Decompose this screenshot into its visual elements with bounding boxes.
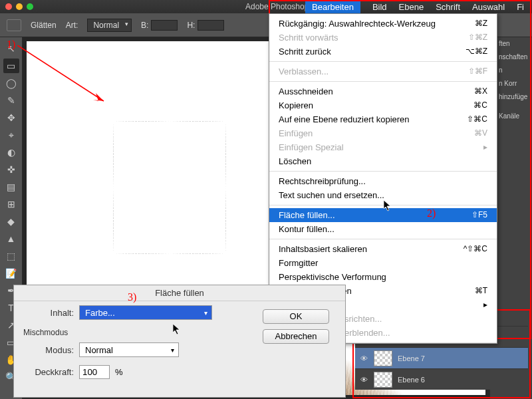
layer-thumb xyxy=(374,350,392,366)
menu-item: Verblassen...⇧⌘F xyxy=(269,65,497,78)
tool-10[interactable]: ◆ xyxy=(3,214,19,229)
tool-1[interactable]: ▭ xyxy=(3,59,19,73)
menu-item[interactable]: Inhaltsbasiert skalieren^⇧⌘C xyxy=(269,242,497,256)
menubar: Bearbeiten Bild Ebene Schrift Auswahl Fi xyxy=(297,0,532,13)
layer-name: Ebene 7 xyxy=(398,354,425,362)
menu-item[interactable]: Kontur füllen... xyxy=(269,222,497,236)
deckkraft-label: Deckkraft: xyxy=(21,367,74,377)
svg-marker-1 xyxy=(93,93,104,101)
menu-schrift[interactable]: Schrift xyxy=(436,2,460,12)
fill-dialog: Fläche füllen Inhalt: Farbe... OK Abbrec… xyxy=(13,285,346,398)
tool-6[interactable]: ◐ xyxy=(3,145,19,160)
cursor-icon xyxy=(173,324,182,336)
menu-item[interactable]: Formgitter xyxy=(269,256,497,270)
annotation-2: 2) xyxy=(427,207,436,219)
menu-item: Einfügen Spezial▸ xyxy=(269,140,497,154)
panel-tab[interactable]: Kanäle xyxy=(497,110,532,122)
panel-tab[interactable]: hinzufüge xyxy=(497,90,532,103)
opt-b-label: B: xyxy=(141,21,148,30)
menu-item[interactable]: Ausschneiden⌘X xyxy=(269,84,497,98)
menu-item[interactable]: Löschen xyxy=(269,154,497,168)
menu-item[interactable]: Auf eine Ebene reduziert kopieren⇧⌘C xyxy=(269,112,497,126)
annotation-arrow-1 xyxy=(17,45,110,105)
annotation-3: 3) xyxy=(128,291,136,303)
marquee-selection[interactable] xyxy=(113,121,226,254)
menu-item[interactable]: Schritt zurück⌥⌘Z xyxy=(269,45,497,59)
opt-h-input[interactable] xyxy=(198,20,224,31)
layer-row[interactable]: 👁Ebene 6 xyxy=(355,368,528,390)
ok-button[interactable]: OK xyxy=(263,309,329,324)
menu-bearbeiten[interactable]: Bearbeiten xyxy=(305,1,360,13)
panel-tab[interactable] xyxy=(497,104,532,109)
panel-tab[interactable]: n xyxy=(497,64,532,76)
annotation-1: 1) xyxy=(7,39,15,51)
modus-label: Modus: xyxy=(21,345,74,355)
visibility-icon[interactable]: 👁 xyxy=(359,376,368,384)
deckkraft-input[interactable] xyxy=(79,365,110,379)
menu-item[interactable]: Text suchen und ersetzen... xyxy=(269,188,497,202)
panel-tab[interactable]: nschaften xyxy=(497,51,532,63)
opt-art-select[interactable]: Normal xyxy=(87,19,132,32)
opt-b-input[interactable] xyxy=(151,20,178,31)
layer-name: Ebene 6 xyxy=(398,376,425,384)
window-controls[interactable] xyxy=(5,3,33,10)
panel-tab[interactable]: n Korr xyxy=(497,77,532,90)
menu-item[interactable]: Perspektivische Verformung xyxy=(269,270,497,284)
menu-item[interactable]: Rückgängig: Auswahlrechteck-Werkzeug⌘Z xyxy=(269,17,497,31)
opt-art-label: Art: xyxy=(66,21,78,30)
menu-item[interactable]: Fläche füllen...⇧F5 xyxy=(269,208,497,222)
tool-4[interactable]: ✥ xyxy=(3,110,19,125)
dialog-title: Fläche füllen xyxy=(14,285,345,301)
cursor-icon xyxy=(384,200,393,212)
visibility-icon[interactable]: 👁 xyxy=(359,354,368,362)
inhalt-label: Inhalt: xyxy=(21,308,74,318)
tool-3[interactable]: ✎ xyxy=(3,93,19,108)
tool-5[interactable]: ⌖ xyxy=(3,128,19,142)
tool-preset-icon[interactable] xyxy=(7,19,21,31)
tool-8[interactable]: ▤ xyxy=(3,180,19,194)
tool-2[interactable]: ◯ xyxy=(3,76,19,90)
pct-label: % xyxy=(115,367,123,377)
menu-bild[interactable]: Bild xyxy=(372,2,387,12)
menu-item[interactable]: Kopieren⌘C xyxy=(269,98,497,112)
menu-fi[interactable]: Fi xyxy=(517,2,524,12)
zoom-icon[interactable] xyxy=(27,3,33,10)
opt-h-label: H: xyxy=(187,21,195,30)
tool-9[interactable]: ⊞ xyxy=(3,197,19,211)
right-panel-tabs: ftennschaftennn KorrhinzufügeKanäle xyxy=(497,37,532,123)
menu-item: Schritt vorwärts⇧⌘Z xyxy=(269,31,497,45)
svg-line-0 xyxy=(17,45,104,101)
tool-7[interactable]: ✜ xyxy=(3,162,19,177)
tool-12[interactable]: ⬚ xyxy=(3,249,19,263)
panel-tab[interactable]: ften xyxy=(497,37,532,50)
close-icon[interactable] xyxy=(5,3,12,10)
tool-13[interactable]: 📝 xyxy=(3,266,19,281)
cancel-button[interactable]: Abbrechen xyxy=(263,329,329,344)
menu-item[interactable]: Rechtschreibprüfung... xyxy=(269,174,497,188)
minimize-icon[interactable] xyxy=(16,3,23,10)
menu-ebene[interactable]: Ebene xyxy=(399,2,424,12)
opt-glatten[interactable]: Glätten xyxy=(31,21,57,30)
modus-select[interactable]: Normal xyxy=(79,342,179,357)
layer-thumb xyxy=(374,372,392,388)
layer-row[interactable]: 👁Ebene 7 xyxy=(355,347,528,368)
menu-auswahl[interactable]: Auswahl xyxy=(472,2,505,12)
inhalt-select[interactable]: Farbe... xyxy=(79,305,212,320)
tool-11[interactable]: ▲ xyxy=(3,231,19,246)
menu-item: Einfügen⌘V xyxy=(269,126,497,140)
